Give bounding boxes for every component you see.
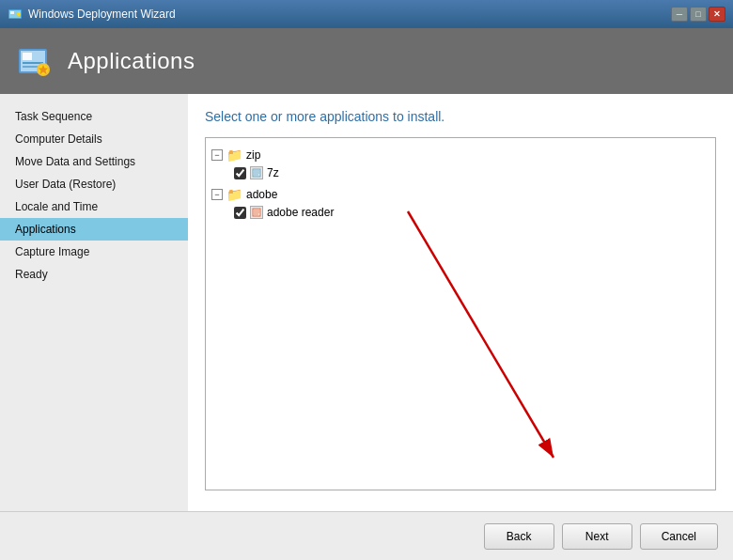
header-icon — [15, 41, 55, 81]
sidebar-item-computer-details[interactable]: Computer Details — [0, 128, 188, 150]
svg-line-21 — [408, 211, 554, 458]
7z-label: 7z — [267, 166, 279, 179]
adobe-folder-icon: 📁 — [226, 187, 242, 202]
sidebar-item-capture-image[interactable]: Capture Image — [0, 241, 188, 263]
7z-item-icon — [250, 166, 263, 179]
main-area: Task Sequence Computer Details Move Data… — [0, 94, 733, 511]
adobe-reader-label: adobe reader — [267, 206, 334, 219]
footer: Back Next Cancel — [0, 511, 733, 560]
cancel-button[interactable]: Cancel — [640, 523, 718, 550]
sidebar-item-move-data[interactable]: Move Data and Settings — [0, 150, 188, 173]
next-button[interactable]: Next — [562, 523, 632, 550]
app-icon — [8, 7, 23, 22]
maximize-button[interactable]: □ — [690, 7, 707, 22]
close-button[interactable]: ✕ — [709, 7, 725, 22]
application-tree[interactable]: − 📁 zip 7z − 📁 adobe — [205, 137, 716, 490]
sidebar-item-locale-time[interactable]: Locale and Time — [0, 195, 188, 218]
adobe-reader-item-icon — [250, 206, 263, 219]
back-button[interactable]: Back — [484, 523, 554, 550]
svg-rect-2 — [10, 11, 14, 14]
adobe-reader-checkbox[interactable] — [234, 207, 246, 219]
zip-expand-btn[interactable]: − — [211, 149, 223, 161]
window-title: Windows Deployment Wizard — [28, 8, 176, 21]
minimize-button[interactable]: ─ — [671, 7, 688, 22]
adobe-group: − 📁 adobe adobe reader — [211, 185, 710, 221]
window-controls[interactable]: ─ □ ✕ — [671, 7, 725, 22]
sidebar-item-task-sequence[interactable]: Task Sequence — [0, 105, 188, 128]
zip-label: zip — [246, 148, 260, 162]
header-title: Applications — [68, 48, 195, 74]
7z-checkbox[interactable] — [234, 167, 246, 179]
svg-rect-6 — [23, 53, 32, 60]
sidebar-item-user-data[interactable]: User Data (Restore) — [0, 173, 188, 195]
adobe-expand-btn[interactable]: − — [211, 189, 223, 200]
svg-rect-8 — [23, 66, 39, 68]
adobe-folder-row: − 📁 adobe — [211, 185, 710, 204]
adobe-reader-row: adobe reader — [234, 204, 710, 221]
sidebar-item-ready[interactable]: Ready — [0, 263, 188, 286]
zip-group: − 📁 zip 7z — [211, 146, 710, 181]
title-bar: Windows Deployment Wizard ─ □ ✕ — [0, 0, 733, 28]
svg-rect-7 — [23, 62, 43, 64]
wizard-header: Applications — [0, 28, 733, 94]
adobe-label: adobe — [246, 188, 277, 201]
7z-row: 7z — [234, 164, 710, 181]
zip-folder-row: − 📁 zip — [211, 146, 710, 164]
svg-point-3 — [17, 12, 21, 16]
sidebar: Task Sequence Computer Details Move Data… — [0, 94, 188, 511]
content-area: Select one or more applications to insta… — [188, 94, 733, 511]
content-instruction: Select one or more applications to insta… — [205, 109, 716, 124]
zip-folder-icon: 📁 — [226, 148, 242, 163]
sidebar-item-applications[interactable]: Applications — [0, 218, 188, 241]
